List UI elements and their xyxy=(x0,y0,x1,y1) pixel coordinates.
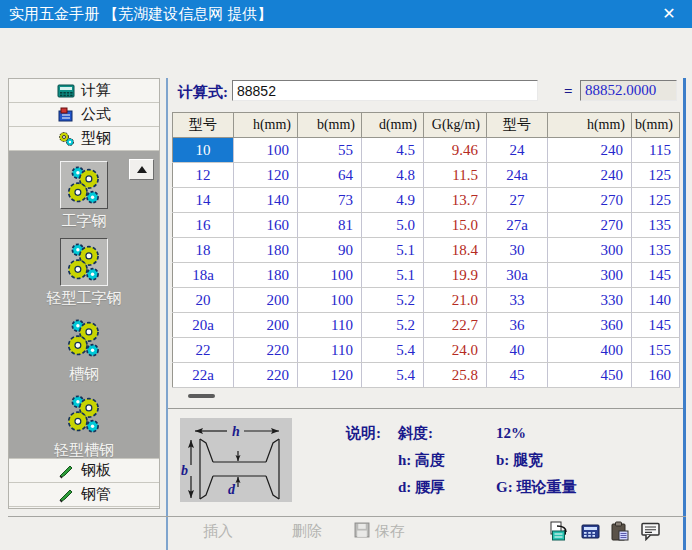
calculator-icon[interactable] xyxy=(579,520,601,542)
column-header[interactable]: 型号 xyxy=(173,113,234,138)
model-cell[interactable]: 18 xyxy=(173,238,234,263)
value-cell[interactable]: 4.9 xyxy=(362,188,424,213)
category-channel-steel[interactable]: 槽钢 xyxy=(9,315,159,384)
value-cell[interactable]: 22.7 xyxy=(424,313,487,338)
value-cell[interactable]: 5.2 xyxy=(362,288,424,313)
value-cell[interactable]: 25.8 xyxy=(424,363,487,388)
value-cell[interactable]: 120 xyxy=(298,363,362,388)
value-cell[interactable]: 330 xyxy=(548,288,632,313)
value-cell[interactable]: 81 xyxy=(298,213,362,238)
horizontal-scrollbar-thumb[interactable] xyxy=(188,394,215,398)
sidebar-item-steel-pipe[interactable]: 钢管 xyxy=(9,483,159,507)
value-cell[interactable]: 5.0 xyxy=(362,213,424,238)
value-cell[interactable]: 450 xyxy=(548,363,632,388)
formula-input[interactable] xyxy=(232,80,538,101)
sidebar-item-section-steel[interactable]: 型钢 xyxy=(9,127,159,151)
value-cell[interactable]: 220 xyxy=(234,363,298,388)
model-cell[interactable]: 45 xyxy=(487,363,548,388)
column-header[interactable]: G(kg/m) xyxy=(424,113,487,138)
value-cell[interactable]: 155 xyxy=(632,338,680,363)
column-header[interactable]: h(mm) xyxy=(548,113,632,138)
value-cell[interactable]: 220 xyxy=(234,338,298,363)
value-cell[interactable]: 64 xyxy=(298,163,362,188)
value-cell[interactable]: 55 xyxy=(298,138,362,163)
value-cell[interactable]: 135 xyxy=(632,238,680,263)
value-cell[interactable]: 240 xyxy=(548,163,632,188)
value-cell[interactable]: 300 xyxy=(548,263,632,288)
value-cell[interactable]: 360 xyxy=(548,313,632,338)
category-light-i-beam[interactable]: 轻型工字钢 xyxy=(9,238,159,308)
value-cell[interactable]: 200 xyxy=(234,288,298,313)
value-cell[interactable]: 15.0 xyxy=(424,213,487,238)
value-cell[interactable]: 18.4 xyxy=(424,238,487,263)
model-cell[interactable]: 30 xyxy=(487,238,548,263)
value-cell[interactable]: 160 xyxy=(632,363,680,388)
category-light-channel-steel[interactable]: 轻型槽钢 xyxy=(9,391,159,460)
value-cell[interactable]: 110 xyxy=(298,338,362,363)
value-cell[interactable]: 300 xyxy=(548,238,632,263)
model-cell[interactable]: 20 xyxy=(173,288,234,313)
value-cell[interactable]: 9.46 xyxy=(424,138,487,163)
value-cell[interactable]: 200 xyxy=(234,313,298,338)
column-header[interactable]: b(mm) xyxy=(632,113,680,138)
value-cell[interactable]: 19.9 xyxy=(424,263,487,288)
sidebar-item-formula[interactable]: 公式 xyxy=(9,103,159,127)
value-cell[interactable]: 110 xyxy=(298,313,362,338)
value-cell[interactable]: 4.8 xyxy=(362,163,424,188)
model-cell[interactable]: 14 xyxy=(173,188,234,213)
value-cell[interactable]: 4.5 xyxy=(362,138,424,163)
value-cell[interactable]: 90 xyxy=(298,238,362,263)
model-cell[interactable]: 33 xyxy=(487,288,548,313)
value-cell[interactable]: 100 xyxy=(234,138,298,163)
model-cell[interactable]: 24a xyxy=(487,163,548,188)
value-cell[interactable]: 5.2 xyxy=(362,313,424,338)
scroll-up-button[interactable] xyxy=(129,159,154,180)
value-cell[interactable]: 125 xyxy=(632,163,680,188)
model-cell[interactable]: 27 xyxy=(487,188,548,213)
model-cell[interactable]: 24 xyxy=(487,138,548,163)
model-cell[interactable]: 10 xyxy=(173,138,234,163)
model-cell[interactable]: 18a xyxy=(173,263,234,288)
value-cell[interactable]: 5.4 xyxy=(362,363,424,388)
value-cell[interactable]: 5.1 xyxy=(362,238,424,263)
value-cell[interactable]: 21.0 xyxy=(424,288,487,313)
comment-icon[interactable] xyxy=(639,520,661,542)
value-cell[interactable]: 100 xyxy=(298,288,362,313)
value-cell[interactable]: 270 xyxy=(548,188,632,213)
delete-button[interactable]: 删除 xyxy=(292,522,322,541)
value-cell[interactable]: 115 xyxy=(632,138,680,163)
value-cell[interactable]: 24.0 xyxy=(424,338,487,363)
sidebar-item-steel-plate[interactable]: 钢板 xyxy=(9,459,159,483)
close-icon[interactable]: ✕ xyxy=(659,0,679,28)
column-header[interactable]: 型号 xyxy=(487,113,548,138)
value-cell[interactable]: 400 xyxy=(548,338,632,363)
value-cell[interactable]: 13.7 xyxy=(424,188,487,213)
column-header[interactable]: h(mm) xyxy=(234,113,298,138)
value-cell[interactable]: 5.1 xyxy=(362,263,424,288)
value-cell[interactable]: 73 xyxy=(298,188,362,213)
value-cell[interactable]: 145 xyxy=(632,313,680,338)
value-cell[interactable]: 180 xyxy=(234,263,298,288)
sidebar-item-calculate[interactable]: 计算 xyxy=(9,79,159,103)
value-cell[interactable]: 135 xyxy=(632,213,680,238)
value-cell[interactable]: 270 xyxy=(548,213,632,238)
insert-button[interactable]: 插入 xyxy=(203,522,233,541)
value-cell[interactable]: 240 xyxy=(548,138,632,163)
model-cell[interactable]: 16 xyxy=(173,213,234,238)
model-cell[interactable]: 27a xyxy=(487,213,548,238)
export-data-icon[interactable] xyxy=(549,520,571,542)
value-cell[interactable]: 140 xyxy=(234,188,298,213)
value-cell[interactable]: 11.5 xyxy=(424,163,487,188)
value-cell[interactable]: 120 xyxy=(234,163,298,188)
value-cell[interactable]: 125 xyxy=(632,188,680,213)
value-cell[interactable]: 100 xyxy=(298,263,362,288)
save-button[interactable]: 保存 xyxy=(354,522,405,541)
model-cell[interactable]: 22a xyxy=(173,363,234,388)
value-cell[interactable]: 145 xyxy=(632,263,680,288)
column-header[interactable]: b(mm) xyxy=(298,113,362,138)
value-cell[interactable]: 160 xyxy=(234,213,298,238)
model-cell[interactable]: 30a xyxy=(487,263,548,288)
column-header[interactable]: d(mm) xyxy=(362,113,424,138)
model-cell[interactable]: 20a xyxy=(173,313,234,338)
model-cell[interactable]: 22 xyxy=(173,338,234,363)
